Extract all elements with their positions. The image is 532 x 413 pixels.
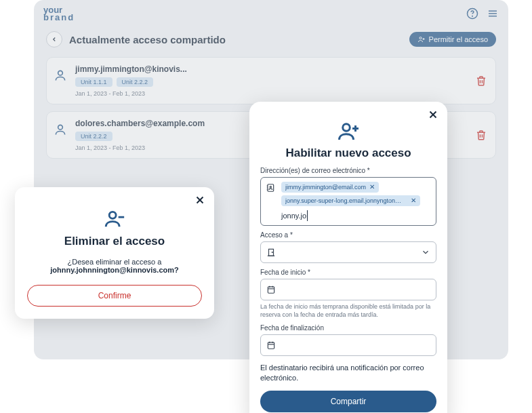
email-text-input[interactable]: jonny.jo <box>281 210 308 221</box>
app-header: your brand <box>34 0 508 27</box>
menu-icon[interactable] <box>487 7 499 20</box>
access-to-select[interactable] <box>260 241 436 263</box>
access-card-email: jimmy.jimmington@kinovis... <box>75 64 467 74</box>
chevron-down-icon <box>421 248 430 257</box>
back-button[interactable] <box>46 31 62 47</box>
door-icon <box>266 248 276 257</box>
calendar-icon <box>266 340 276 350</box>
svg-point-24 <box>270 186 271 188</box>
confirm-delete-button[interactable]: Confirme <box>27 285 202 307</box>
access-card-units: Unit 1.1.1 Unit 2.2.2 <box>75 77 467 87</box>
brand-line2: brand <box>43 14 75 21</box>
help-icon[interactable] <box>466 7 478 20</box>
svg-point-1 <box>472 16 473 16</box>
email-input-box[interactable]: jimmy.jimmington@email.com ✕ jonny.super… <box>260 177 436 226</box>
close-button[interactable] <box>427 109 439 121</box>
svg-point-30 <box>272 252 272 253</box>
start-date-helper: La fecha de inicio más temprana disponib… <box>260 303 436 319</box>
person-remove-icon <box>103 208 126 231</box>
svg-point-8 <box>58 71 63 75</box>
recipient-note: El destinatario recibirá una notificació… <box>260 363 436 382</box>
delete-access-button[interactable] <box>475 75 487 87</box>
person-add-icon <box>417 35 426 43</box>
address-book-icon <box>266 183 275 193</box>
svg-point-16 <box>109 212 116 218</box>
email-chip-row: jimmy.jimmington@email.com ✕ jonny.super… <box>281 182 432 206</box>
chip-remove-button[interactable]: ✕ <box>411 197 416 204</box>
unit-tag: Unit 1.1.1 <box>75 77 112 87</box>
svg-point-20 <box>343 124 350 132</box>
unit-tag: Unit 2.2.2 <box>117 77 154 87</box>
email-chip: jonny.super-super-long.email.jonnyngton@… <box>281 195 420 206</box>
email-chip: jimmy.jimmington@email.com ✕ <box>281 182 379 193</box>
delete-access-button[interactable] <box>475 129 487 141</box>
enable-access-dialog: Habilitar nuevo acceso Dirección(es) de … <box>249 102 447 413</box>
enable-dialog-title: Habilitar nuevo acceso <box>260 146 436 160</box>
svg-point-5 <box>420 37 422 39</box>
person-icon <box>54 123 67 136</box>
delete-dialog-email: johnny.johnnington@kinnovis.com? <box>27 266 202 274</box>
chip-remove-button[interactable]: ✕ <box>369 184 375 191</box>
brand-logo: your brand <box>43 6 75 21</box>
start-date-input[interactable] <box>260 279 436 300</box>
page-title: Actualmente acceso compartido <box>69 34 226 45</box>
email-chip-text: jimmy.jimmington@email.com <box>285 184 366 191</box>
share-button[interactable]: Compartir <box>260 391 436 412</box>
close-button[interactable] <box>194 194 206 206</box>
permit-access-label: Permitir el acceso <box>429 35 488 43</box>
delete-dialog-title: Eliminar el acceso <box>27 235 202 248</box>
svg-rect-35 <box>268 342 274 349</box>
calendar-icon <box>266 285 276 294</box>
header-actions <box>466 7 499 20</box>
unit-tag: Unit 2.2.2 <box>75 132 112 141</box>
email-chip-text: jonny.super-super-long.email.jonnyngton@… <box>285 197 407 204</box>
permit-access-button[interactable]: Permitir el acceso <box>409 32 496 47</box>
access-card-dates: Jan 1, 2023 - Feb 1, 2023 <box>75 90 467 97</box>
trash-icon <box>475 129 487 141</box>
svg-rect-31 <box>268 287 274 293</box>
person-icon <box>54 68 67 82</box>
delete-dialog-question: ¿Desea eliminar el acceso a <box>27 258 202 266</box>
person-add-icon <box>336 119 361 144</box>
close-icon <box>427 109 439 121</box>
access-card: jimmy.jimmington@kinovis... Unit 1.1.1 U… <box>46 57 496 104</box>
title-row: Actualmente acceso compartido Permitir e… <box>34 27 508 57</box>
end-date-label: Fecha de finalización <box>260 324 436 332</box>
title-left: Actualmente acceso compartido <box>46 31 226 47</box>
close-icon <box>194 194 206 206</box>
delete-access-dialog: Eliminar el acceso ¿Desea eliminar el ac… <box>15 187 214 319</box>
start-date-label: Fecha de inicio * <box>260 269 436 276</box>
svg-point-11 <box>58 125 63 130</box>
end-date-input[interactable] <box>260 334 436 356</box>
trash-icon <box>475 75 487 87</box>
access-to-label: Acceso a * <box>260 231 436 239</box>
email-field-label: Dirección(es) de correo electrónico * <box>260 167 436 174</box>
